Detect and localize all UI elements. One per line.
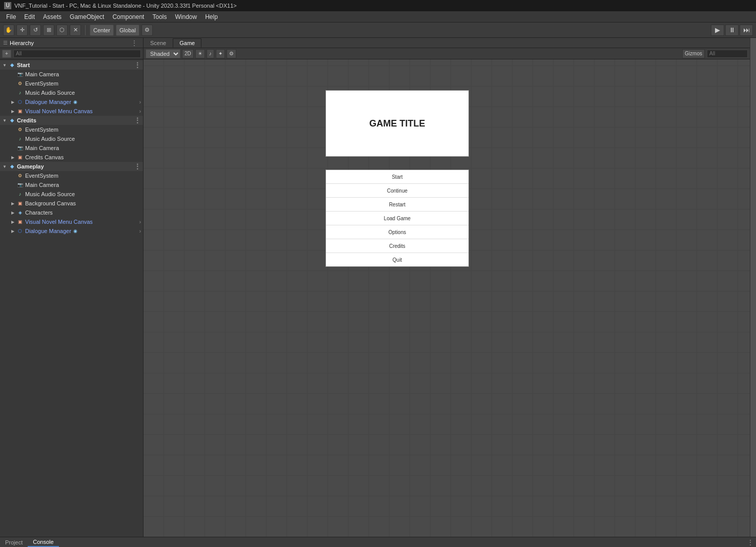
camera-icon-2: 📷 bbox=[16, 144, 24, 152]
menu-edit[interactable]: Edit bbox=[20, 12, 39, 22]
console-header: Project Console ⋮ bbox=[0, 537, 756, 547]
step-button[interactable]: ⏭ bbox=[740, 25, 753, 36]
pause-button[interactable]: ⏸ bbox=[725, 25, 739, 36]
scale-tool-btn[interactable]: ⊞ bbox=[43, 25, 54, 36]
transform-tool-btn[interactable]: ✕ bbox=[70, 25, 81, 36]
console-tab[interactable]: Console bbox=[28, 538, 58, 547]
cc-tri: ▶ bbox=[10, 155, 15, 160]
start-music-audio[interactable]: ♪ Music Audio Source bbox=[0, 88, 143, 97]
audio-icon-2: ♪ bbox=[16, 135, 24, 142]
project-tab[interactable]: Project bbox=[0, 538, 28, 546]
effects-btn[interactable]: ✦ bbox=[216, 49, 225, 58]
menu-component[interactable]: Component bbox=[108, 12, 148, 22]
cam-space bbox=[10, 72, 15, 77]
scene-gameplay-header[interactable]: ▼ ◈ Gameplay ⋮ bbox=[0, 162, 143, 171]
rect-tool-btn[interactable]: ⬡ bbox=[56, 25, 68, 36]
dm-arrow-1[interactable]: › bbox=[137, 99, 143, 105]
global-toggle-btn[interactable]: Global bbox=[116, 25, 139, 36]
start-vn-menu-canvas[interactable]: ▶ ▣ Visual Novel Menu Canvas › bbox=[0, 107, 143, 116]
play-button[interactable]: ▶ bbox=[711, 25, 724, 36]
start-eventsystem-label: EventSystem bbox=[25, 80, 58, 87]
start-vn-canvas-label: Visual Novel Menu Canvas bbox=[25, 108, 93, 114]
event-icon-1: ⚙ bbox=[16, 80, 24, 87]
gameobj-icon-1: ◈ bbox=[16, 209, 24, 216]
hierarchy-panel: ☰ Hierarchy ⋮ + ▼ ◈ Start ⋮ 📷 Main Camer… bbox=[0, 38, 144, 537]
menu-assets[interactable]: Assets bbox=[39, 12, 66, 22]
cev-space bbox=[10, 127, 15, 132]
start-scene-overflow[interactable]: ⋮ bbox=[132, 61, 143, 69]
game-menu-preview: Start Continue Restart Load Game Options… bbox=[325, 170, 469, 267]
extra-toolbar-btn[interactable]: ⚙ bbox=[141, 25, 153, 36]
scene-search[interactable] bbox=[707, 50, 748, 58]
menu-file[interactable]: File bbox=[2, 12, 20, 22]
hierarchy-tab[interactable]: Hierarchy bbox=[10, 40, 34, 46]
credits-main-camera-label: Main Camera bbox=[25, 145, 59, 151]
start-scene-icon: ◈ bbox=[8, 61, 15, 69]
gameplay-bg-canvas-label: Background Canvas bbox=[25, 200, 76, 206]
gaud-space bbox=[10, 192, 15, 197]
scene-credits-header[interactable]: ▼ ◈ Credits ⋮ bbox=[0, 116, 143, 125]
gizmos-label: Gizmos bbox=[685, 51, 702, 56]
gameplay-eventsystem-label: EventSystem bbox=[25, 173, 58, 179]
gameplay-dialogue-manager[interactable]: ▶ ⬡ Dialogue Manager ◉ › bbox=[0, 226, 143, 236]
lighting-btn[interactable]: ☀ bbox=[195, 49, 205, 58]
start-main-camera[interactable]: 📷 Main Camera bbox=[0, 70, 143, 79]
2d-toggle-btn[interactable]: 2D bbox=[182, 49, 194, 58]
canvas-icon-4: ▣ bbox=[16, 218, 24, 225]
hand-tool-btn[interactable]: ✋ bbox=[3, 25, 14, 36]
menu-gameobject[interactable]: GameObject bbox=[66, 12, 108, 22]
2d-label: 2D bbox=[185, 51, 191, 56]
gameplay-eventsystem[interactable]: ⚙ EventSystem bbox=[0, 171, 143, 180]
center-label: Center bbox=[93, 27, 110, 33]
gameplay-overflow[interactable]: ⋮ bbox=[132, 162, 143, 171]
gameplay-music-audio[interactable]: ♪ Music Audio Source bbox=[0, 190, 143, 199]
scene-start-header[interactable]: ▼ ◈ Start ⋮ bbox=[0, 60, 143, 70]
shading-dropdown[interactable]: Shaded bbox=[146, 49, 180, 58]
hierarchy-overflow-btn[interactable]: ⋮ bbox=[129, 39, 140, 47]
gdm-arrow[interactable]: › bbox=[137, 228, 143, 234]
gameplay-vn-canvas[interactable]: ▶ ▣ Visual Novel Menu Canvas › bbox=[0, 217, 143, 226]
game-tab[interactable]: Game bbox=[173, 38, 201, 48]
credits-canvas[interactable]: ▶ ▣ Credits Canvas bbox=[0, 153, 143, 162]
audio-icon-3: ♪ bbox=[16, 191, 24, 198]
hierarchy-add-btn[interactable]: + bbox=[2, 50, 11, 58]
credits-main-camera[interactable]: 📷 Main Camera bbox=[0, 143, 143, 153]
audio-icon-1: ♪ bbox=[16, 89, 24, 96]
hierarchy-search[interactable] bbox=[13, 50, 141, 58]
aud-space bbox=[10, 90, 15, 95]
console-overflow-btn[interactable]: ⋮ bbox=[745, 538, 756, 546]
gizmos-btn[interactable]: Gizmos bbox=[682, 49, 705, 58]
menu-help[interactable]: Help bbox=[201, 12, 222, 22]
start-eventsystem[interactable]: ⚙ EventSystem bbox=[0, 79, 143, 88]
vnmc-arrow-1[interactable]: › bbox=[137, 109, 143, 114]
play-controls: ▶ ⏸ ⏭ bbox=[711, 25, 753, 36]
event-icon-3: ⚙ bbox=[16, 172, 24, 179]
gameplay-main-camera[interactable]: 📷 Main Camera bbox=[0, 180, 143, 190]
rotate-tool-btn[interactable]: ↺ bbox=[30, 25, 41, 36]
scene-toolbar: Shaded 2D ☀ ♪ ✦ ⚙ Gizmos bbox=[144, 48, 750, 59]
hierarchy-header: ☰ Hierarchy ⋮ bbox=[0, 38, 143, 48]
credits-eventsystem-label: EventSystem bbox=[25, 127, 58, 133]
game-title-text: GAME TITLE bbox=[370, 118, 425, 129]
menu-item-options: Options bbox=[326, 225, 468, 239]
gvnc-arrow[interactable]: › bbox=[137, 219, 143, 225]
gcam-space bbox=[10, 182, 15, 187]
center-toggle-btn[interactable]: Center bbox=[90, 25, 114, 36]
gameplay-characters[interactable]: ▶ ◈ Characters bbox=[0, 208, 143, 217]
scene-extra-btn[interactable]: ⚙ bbox=[227, 49, 236, 58]
credits-music-audio[interactable]: ♪ Music Audio Source bbox=[0, 134, 143, 143]
move-tool-btn[interactable]: ✛ bbox=[16, 25, 28, 36]
start-dialogue-manager[interactable]: ▶ ⬡ Dialogue Manager ◉ › bbox=[0, 97, 143, 107]
scene-tab[interactable]: Scene bbox=[144, 38, 173, 48]
gameplay-bg-canvas[interactable]: ▶ ▣ Background Canvas bbox=[0, 199, 143, 208]
audio-btn[interactable]: ♪ bbox=[207, 49, 214, 58]
start-scene-label: Start bbox=[17, 62, 30, 68]
script-icon-1: ⬡ bbox=[16, 98, 24, 106]
menu-item-quit: Quit bbox=[326, 253, 468, 266]
credits-overflow[interactable]: ⋮ bbox=[132, 116, 143, 124]
credits-eventsystem[interactable]: ⚙ EventSystem bbox=[0, 125, 143, 134]
gameplay-collapse-icon: ▼ bbox=[2, 164, 7, 169]
scene-tab-label: Scene bbox=[150, 40, 166, 46]
menu-tools[interactable]: Tools bbox=[148, 12, 171, 22]
menu-window[interactable]: Window bbox=[171, 12, 201, 22]
